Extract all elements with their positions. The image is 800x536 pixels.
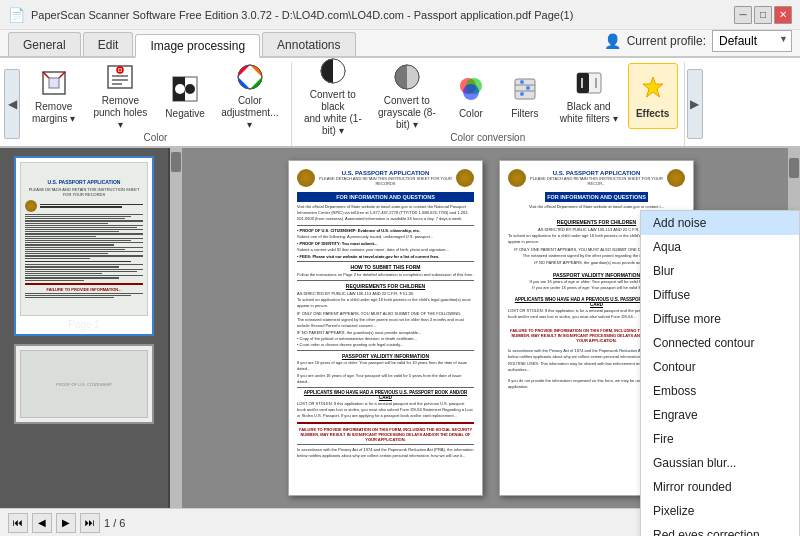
dropdown-diffuse[interactable]: Diffuse [641,283,799,307]
svg-point-13 [175,84,185,94]
svg-rect-8 [112,75,128,77]
window-title: PaperScan Scanner Software Free Edition … [31,9,573,21]
thumb-scrollbar[interactable] [170,148,182,508]
color-adjustment-button[interactable]: Coloradjustment... ▾ [215,63,285,129]
remove-punch-holes-button[interactable]: Removepunch holes ▾ [85,63,155,129]
svg-point-28 [526,86,530,90]
page-indicator: 1 / 6 [104,517,125,529]
title-bar-controls: ─ □ ✕ [734,6,792,24]
effects-dropdown: Add noise Aqua Blur Diffuse Diffuse more… [640,210,800,536]
tab-edit[interactable]: Edit [83,32,134,56]
dropdown-engrave[interactable]: Engrave [641,403,799,427]
color-adjustment-icon [234,62,266,92]
dropdown-mirror-rounded[interactable]: Mirror rounded [641,475,799,499]
ribbon-nav-right[interactable]: ▶ [687,69,703,139]
filters-icon [509,73,541,105]
dropdown-blur[interactable]: Blur [641,259,799,283]
convert-bw-icon [317,56,349,86]
dropdown-connected-contour[interactable]: Connected contour [641,331,799,355]
effects-icon [637,73,669,105]
svg-line-1 [43,72,49,78]
ribbon-group-color-conversion: Convert to blackand white (1-bit) ▾ Conv… [294,62,685,146]
negative-label: Negative [165,108,204,120]
bw-filters-button[interactable]: Black andwhite filters ▾ [554,63,624,129]
thumbnail-label-1: Page 1 [68,319,100,330]
dropdown-diffuse-more[interactable]: Diffuse more [641,307,799,331]
thumbnail-image-2: PROOF OF U.S. CITIZENSHIP [20,350,148,418]
profile-select[interactable]: Default [712,30,792,52]
maximize-button[interactable]: □ [754,6,772,24]
svg-line-2 [59,72,65,78]
dropdown-pixelize[interactable]: Pixelize [641,499,799,523]
svg-rect-3 [49,78,59,88]
effects-label: Effects [636,108,669,120]
ribbon-group-color: Removemargins ▾ Removepunch holes ▾ [22,62,292,146]
bw-filters-icon [573,67,605,98]
convert-grayscale-icon [391,62,423,92]
doc-scroll-thumb[interactable] [789,158,799,178]
color-button[interactable]: Color [446,63,496,129]
dropdown-add-noise[interactable]: Add noise [641,211,799,235]
svg-rect-31 [577,73,589,93]
filters-button[interactable]: Filters [500,63,550,129]
remove-margins-icon [38,67,70,98]
thumbnail-panel: U.S. PASSPORT APPLICATION PLEASE DETACH … [0,148,170,508]
ribbon-nav-left[interactable]: ◀ [4,69,20,139]
total-pages: 6 [119,517,125,529]
negative-button[interactable]: Negative [159,63,210,129]
thumbnail-page2[interactable]: PROOF OF U.S. CITIZENSHIP [14,344,154,424]
current-page: 1 [104,517,110,529]
tabs-bar: General Edit Image processing Annotation… [0,30,800,58]
tab-image-processing[interactable]: Image processing [135,34,260,58]
document-page-1: U.S. PASSPORT APPLICATION PLEASE DETACH … [288,160,483,496]
prev-page-button[interactable]: ◀ [32,513,52,533]
title-bar: 📄 PaperScan Scanner Software Free Editio… [0,0,800,30]
thumbnail-image-1: U.S. PASSPORT APPLICATION PLEASE DETACH … [20,162,148,316]
tab-general[interactable]: General [8,32,81,56]
app-icon: 📄 [8,7,25,23]
ribbon: ◀ Removemargins ▾ [0,58,800,148]
first-page-button[interactable]: ⏮ [8,513,28,533]
remove-punch-holes-icon [104,62,136,92]
profile-label: Current profile: [627,34,706,48]
dropdown-fire[interactable]: Fire [641,427,799,451]
ribbon-conversion-label: Color conversion [298,130,678,146]
svg-point-23 [463,84,479,100]
color-adjustment-label: Coloradjustment... ▾ [221,95,279,131]
title-bar-left: 📄 PaperScan Scanner Software Free Editio… [8,7,734,23]
dropdown-aqua[interactable]: Aqua [641,235,799,259]
thumb-scroll-thumb[interactable] [171,152,181,172]
dropdown-gaussian-blur[interactable]: Gaussian blur... [641,451,799,475]
svg-rect-9 [112,79,128,81]
convert-grayscale-button[interactable]: Convert tograyscale (8-bit) ▾ [372,63,442,129]
svg-rect-24 [515,79,535,99]
dropdown-red-eyes-correction[interactable]: Red eyes correction [641,523,799,536]
effects-button[interactable]: Effects [628,63,678,129]
dropdown-emboss[interactable]: Emboss [641,379,799,403]
close-button[interactable]: ✕ [774,6,792,24]
convert-grayscale-label: Convert tograyscale (8-bit) ▾ [378,95,436,131]
ribbon-color-items: Removemargins ▾ Removepunch holes ▾ [26,62,285,130]
ribbon-color-label: Color [26,130,285,146]
tab-annotations[interactable]: Annotations [262,32,355,56]
last-page-button[interactable]: ⏭ [80,513,100,533]
remove-punch-holes-label: Removepunch holes ▾ [91,95,149,131]
ribbon-conversion-items: Convert to blackand white (1-bit) ▾ Conv… [298,62,678,130]
svg-point-29 [520,92,524,96]
dropdown-contour[interactable]: Contour [641,355,799,379]
bw-filters-label: Black andwhite filters ▾ [560,101,618,125]
next-page-button[interactable]: ▶ [56,513,76,533]
svg-rect-10 [112,83,122,85]
profile-dropdown-wrapper: Default [712,30,792,52]
minimize-button[interactable]: ─ [734,6,752,24]
convert-bw-button[interactable]: Convert to blackand white (1-bit) ▾ [298,63,368,129]
filters-label: Filters [511,108,538,120]
color-icon [455,73,487,105]
thumbnail-page1[interactable]: U.S. PASSPORT APPLICATION PLEASE DETACH … [14,156,154,336]
color-label: Color [459,108,483,120]
svg-point-14 [185,84,195,94]
svg-marker-34 [643,77,663,97]
negative-icon [169,73,201,105]
remove-margins-label: Removemargins ▾ [32,101,75,125]
remove-margins-button[interactable]: Removemargins ▾ [26,63,81,129]
